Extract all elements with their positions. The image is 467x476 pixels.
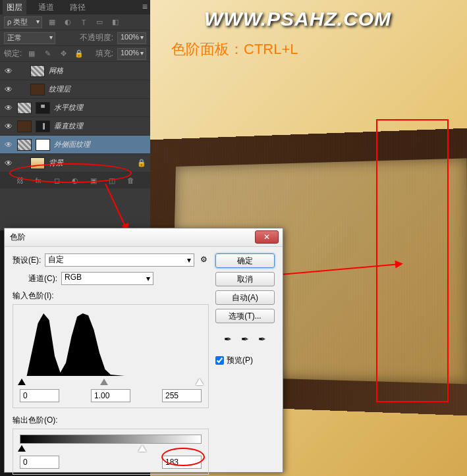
layer-mask-thumb[interactable]: ▀ bbox=[36, 102, 50, 114]
group-icon[interactable]: ▣ bbox=[88, 174, 99, 186]
layer-row[interactable]: 👁 ▐ 垂直纹理 bbox=[0, 117, 150, 136]
layer-name[interactable]: 垂直纹理 bbox=[54, 121, 83, 131]
lock-all-icon[interactable]: 🔒 bbox=[73, 48, 85, 60]
channel-label: 通道(C): bbox=[28, 273, 57, 284]
layer-row[interactable]: 👁 网格 bbox=[0, 62, 150, 80]
layer-mask-thumb[interactable] bbox=[36, 139, 50, 151]
lock-label: 锁定: bbox=[4, 48, 22, 59]
black-point-slider[interactable] bbox=[18, 379, 26, 385]
ok-button[interactable]: 确定 bbox=[215, 253, 275, 268]
eye-icon[interactable]: 👁 bbox=[4, 159, 13, 168]
link-icon[interactable]: ⛓ bbox=[14, 174, 26, 186]
panel-tabbar: 图层 通道 路径 ≡ bbox=[0, 0, 150, 14]
layers-panel: 图层 通道 路径 ≡ ρ 类型 ▦ ◐ T ▭ ◧ 正常 不透明度: 100% … bbox=[0, 0, 150, 230]
cancel-button[interactable]: 取消 bbox=[215, 272, 275, 286]
layer-row-selected[interactable]: 👁 外侧面纹理 bbox=[0, 136, 150, 154]
eye-icon[interactable]: 👁 bbox=[4, 85, 13, 94]
channel-select[interactable]: RGB bbox=[61, 272, 153, 285]
preset-select[interactable]: 自定 bbox=[45, 253, 194, 267]
filter-text-icon[interactable]: T bbox=[78, 16, 90, 28]
output-slider[interactable] bbox=[20, 445, 202, 453]
arrow-head bbox=[395, 259, 403, 268]
new-layer-icon[interactable]: ◫ bbox=[106, 174, 118, 186]
out-white-slider[interactable] bbox=[138, 445, 146, 452]
lock-move-icon[interactable]: ✥ bbox=[57, 48, 69, 60]
layer-row[interactable]: 👁 纹理层 bbox=[0, 80, 150, 99]
layer-name[interactable]: 外侧面纹理 bbox=[54, 140, 90, 149]
histogram bbox=[20, 310, 202, 376]
layer-mask-thumb[interactable]: ▐ bbox=[36, 120, 50, 132]
output-black-field[interactable] bbox=[20, 456, 59, 469]
preview-label: 预览(P) bbox=[227, 355, 253, 366]
filter-image-icon[interactable]: ▦ bbox=[46, 16, 58, 28]
layers-list: 👁 网格 👁 纹理层 👁 ▀ 水平纹理 👁 ▐ 垂直纹理 👁 外侧面纹理 bbox=[0, 62, 150, 172]
layer-thumb[interactable] bbox=[30, 84, 45, 95]
preset-label: 预设(E): bbox=[13, 255, 41, 266]
lock-trans-icon[interactable]: ▦ bbox=[26, 48, 38, 60]
white-point-slider[interactable] bbox=[196, 379, 204, 385]
eye-icon[interactable]: 👁 bbox=[4, 66, 13, 76]
input-levels-group bbox=[13, 304, 209, 408]
layer-thumb[interactable] bbox=[17, 139, 32, 151]
layer-name[interactable]: 纹理层 bbox=[49, 84, 70, 94]
eyedropper-white-icon[interactable]: ✒ bbox=[256, 334, 269, 347]
options-button[interactable]: 选项(T)... bbox=[215, 309, 275, 323]
layer-name[interactable]: 水平纹理 bbox=[54, 103, 83, 113]
panel-menu-icon[interactable]: ≡ bbox=[142, 1, 148, 12]
layer-thumb[interactable] bbox=[17, 102, 32, 114]
fill-label: 填充: bbox=[96, 48, 113, 59]
fill-value[interactable]: 100% bbox=[117, 48, 146, 60]
eye-icon[interactable]: 👁 bbox=[4, 103, 13, 113]
input-levels-label: 输入色阶(I): bbox=[13, 290, 209, 302]
layer-name[interactable]: 背景 bbox=[49, 158, 63, 168]
layer-thumb[interactable] bbox=[30, 157, 45, 169]
dialog-title: 色阶 bbox=[10, 232, 26, 243]
mask-icon[interactable]: ◻ bbox=[51, 174, 63, 186]
lock-icon[interactable]: 🔒 bbox=[137, 159, 146, 167]
layer-thumb[interactable] bbox=[30, 65, 45, 77]
input-slider[interactable] bbox=[20, 379, 202, 386]
preview-checkbox-row[interactable]: 预览(P) bbox=[215, 355, 275, 366]
input-white-field[interactable] bbox=[162, 389, 202, 402]
eye-icon[interactable]: 👁 bbox=[4, 122, 13, 131]
eyedropper-gray-icon[interactable]: ✒ bbox=[238, 334, 252, 347]
input-gamma-field[interactable] bbox=[91, 389, 130, 402]
trash-icon[interactable]: 🗑 bbox=[124, 174, 136, 186]
out-black-slider[interactable] bbox=[18, 445, 26, 452]
gamma-slider[interactable] bbox=[100, 379, 108, 385]
output-levels-label: 输出色阶(O): bbox=[13, 415, 209, 426]
panel-footer: ⛓ fx ◻ ◐ ▣ ◫ 🗑 bbox=[0, 172, 150, 188]
filter-type-select[interactable]: ρ 类型 bbox=[4, 16, 42, 28]
dialog-titlebar[interactable]: 色阶 ✕ bbox=[5, 228, 283, 247]
blend-mode-select[interactable]: 正常 bbox=[4, 32, 55, 44]
output-gradient bbox=[20, 435, 202, 444]
preview-checkbox[interactable] bbox=[215, 356, 224, 365]
filter-smart-icon[interactable]: ◧ bbox=[109, 16, 121, 28]
watermark-text: WWW.PSAHZ.COM bbox=[204, 8, 391, 30]
filter-shape-icon[interactable]: ▭ bbox=[94, 16, 105, 28]
opacity-value[interactable]: 100% bbox=[117, 32, 146, 44]
fx-icon[interactable]: fx bbox=[32, 174, 44, 186]
close-button[interactable]: ✕ bbox=[255, 230, 279, 244]
lock-paint-icon[interactable]: ✎ bbox=[41, 48, 53, 60]
tab-layers[interactable]: 图层 bbox=[3, 0, 26, 15]
layer-row[interactable]: 👁 ▀ 水平纹理 bbox=[0, 99, 150, 117]
auto-button[interactable]: 自动(A) bbox=[215, 290, 275, 305]
gear-icon[interactable]: ⚙ bbox=[198, 255, 209, 265]
eye-icon[interactable]: 👁 bbox=[4, 140, 13, 149]
layer-row[interactable]: 👁 背景 🔒 bbox=[0, 154, 150, 172]
layer-thumb[interactable] bbox=[17, 120, 32, 132]
levels-dialog: 色阶 ✕ 预设(E): 自定 ⚙ 通道(C): RGB 输入色阶(I): bbox=[4, 228, 283, 473]
layer-name[interactable]: 网格 bbox=[49, 66, 63, 76]
filter-row: ρ 类型 ▦ ◐ T ▭ ◧ bbox=[0, 14, 150, 30]
adjust-icon[interactable]: ◐ bbox=[69, 174, 81, 186]
input-black-field[interactable] bbox=[20, 389, 59, 402]
tab-paths[interactable]: 路径 bbox=[66, 0, 90, 15]
eyedropper-black-icon[interactable]: ✒ bbox=[221, 334, 234, 347]
opacity-label: 不透明度: bbox=[80, 32, 113, 43]
blend-row: 正常 不透明度: 100% bbox=[0, 30, 150, 46]
tab-channels[interactable]: 通道 bbox=[34, 0, 58, 15]
filter-adjust-icon[interactable]: ◐ bbox=[62, 16, 74, 28]
output-white-field[interactable] bbox=[162, 456, 202, 469]
eyedropper-group: ✒ ✒ ✒ bbox=[215, 334, 275, 347]
